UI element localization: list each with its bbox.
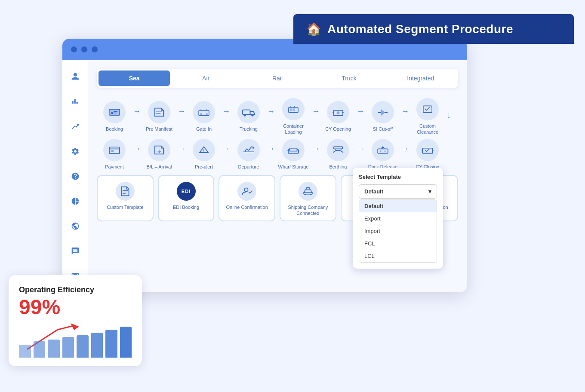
step-label-custom-clearance: Custom Clearance <box>410 123 445 135</box>
card-icon-shipping-company <box>299 182 317 201</box>
bar-7 <box>105 330 117 358</box>
sidebar-icon-help[interactable] <box>68 168 83 184</box>
step-trucking[interactable]: Trucking <box>231 101 266 132</box>
step-icon-pre-manifest <box>148 101 170 123</box>
arrow-15: → <box>401 144 409 153</box>
step-si-cutoff[interactable]: SI Cut-off <box>365 101 400 132</box>
step-container-loading[interactable]: Container Loading <box>276 98 311 135</box>
arrow-14: → <box>357 144 364 153</box>
chevron-down-icon: ▾ <box>428 188 431 195</box>
step-icon-gate-in <box>193 101 215 123</box>
svg-point-19 <box>380 150 381 151</box>
step-icon-container-loading <box>282 98 305 120</box>
arrow-4: → <box>267 107 275 116</box>
arrow-11: → <box>222 144 230 153</box>
tab-sea[interactable]: Sea <box>99 70 170 86</box>
template-option-export[interactable]: Export <box>359 212 437 225</box>
svg-point-5 <box>243 114 246 116</box>
template-dropdown-list: Default Export Import FCL LCL <box>359 199 437 263</box>
step-label-pre-manifest: Pre Manifest <box>146 126 172 132</box>
step-icon-dock-release <box>372 139 394 161</box>
template-option-import[interactable]: Import <box>359 225 437 237</box>
template-option-fcl[interactable]: FCL <box>359 237 437 250</box>
template-select-button[interactable]: Default ▾ <box>359 184 437 199</box>
card-shipping-company[interactable]: Shipping Company Connected <box>280 175 336 222</box>
step-label-gate-in: Gate In <box>196 126 212 132</box>
step-icon-wharf-storage <box>282 139 305 161</box>
card-online-confirmation[interactable]: Online Confirmation <box>219 175 275 222</box>
card-custom-template[interactable]: Custom Template <box>97 175 154 222</box>
sidebar-icon-settings[interactable] <box>68 144 83 159</box>
sidebar-icon-chart[interactable] <box>68 94 83 109</box>
step-wharf-storage[interactable]: Wharf Storage <box>276 139 311 170</box>
step-bl-arrival[interactable]: B/L – Arrival <box>142 139 177 170</box>
tab-integrated[interactable]: Integrated <box>385 70 456 86</box>
step-departure[interactable]: Departure <box>231 139 266 170</box>
sidebar-icon-chat[interactable] <box>68 243 83 259</box>
svg-rect-16 <box>290 148 297 151</box>
step-label-berthing: Berthing <box>329 164 347 170</box>
arrow-2: → <box>178 107 185 116</box>
tab-air[interactable]: Air <box>170 70 241 86</box>
step-icon-cy-closing <box>416 139 439 161</box>
step-cy-opening[interactable]: CY Opening <box>320 101 356 132</box>
sidebar <box>62 60 88 292</box>
sidebar-icon-trending[interactable] <box>68 119 83 134</box>
svg-point-2 <box>111 112 113 114</box>
bar-5 <box>77 335 89 358</box>
step-gate-in[interactable]: Gate In <box>186 101 222 132</box>
sidebar-icon-globe[interactable] <box>68 218 83 234</box>
step-icon-cy-opening <box>327 101 349 123</box>
svg-rect-9 <box>292 108 295 111</box>
select-template-label: Select Template <box>359 174 437 180</box>
step-cy-closing[interactable]: CY Closing <box>410 139 445 170</box>
efficiency-card: Operating Efficiency 99% <box>9 275 142 366</box>
svg-point-11 <box>337 111 340 114</box>
arrow-13: → <box>312 144 320 153</box>
step-dock-release[interactable]: Dock Release <box>365 139 400 170</box>
step-label-container-loading: Container Loading <box>276 123 311 135</box>
step-custom-clearance[interactable]: Custom Clearance ↓ <box>410 98 445 135</box>
tab-truck[interactable]: Truck <box>313 70 385 86</box>
step-booking[interactable]: Booking <box>97 101 132 132</box>
step-pre-manifest[interactable]: Pre Manifest <box>142 101 177 132</box>
template-option-lcl[interactable]: LCL <box>359 250 437 262</box>
home-icon: 🏠 <box>306 22 321 36</box>
bar-3 <box>48 340 60 358</box>
header-banner: 🏠 Automated Segment Procedure <box>293 14 574 44</box>
svg-rect-4 <box>243 110 250 115</box>
svg-rect-0 <box>109 109 120 115</box>
card-label-shipping-company: Shipping Company Connected <box>284 204 332 217</box>
step-pre-alert[interactable]: Pre-alert <box>186 139 222 170</box>
step-label-pre-alert: Pre-alert <box>195 164 213 170</box>
step-payment[interactable]: Payment <box>97 139 132 170</box>
step-label-wharf-storage: Wharf Storage <box>278 164 309 170</box>
tab-rail[interactable]: Rail <box>242 70 313 86</box>
step-icon-berthing <box>327 139 349 161</box>
step-icon-custom-clearance <box>416 98 439 120</box>
page-title: Automated Segment Procedure <box>327 22 513 36</box>
step-label-cy-opening: CY Opening <box>325 126 351 132</box>
step-label-payment: Payment <box>105 164 123 170</box>
efficiency-chart <box>19 323 132 358</box>
bar-2 <box>34 341 46 358</box>
step-label-booking: Booking <box>106 126 123 132</box>
arrow-6: → <box>357 107 364 116</box>
template-option-default[interactable]: Default <box>359 200 437 212</box>
selected-template-value: Default <box>364 188 383 195</box>
svg-point-22 <box>244 188 248 192</box>
bar-4 <box>62 337 74 358</box>
step-icon-booking <box>103 101 126 123</box>
arrow-1: → <box>133 107 141 116</box>
card-icon-custom-template <box>116 182 135 201</box>
sidebar-icon-user[interactable] <box>68 69 83 84</box>
select-template-panel: Select Template Default ▾ Default Export… <box>353 168 443 269</box>
sidebar-icon-pie[interactable] <box>68 193 83 209</box>
efficiency-title: Operating Efficiency <box>19 285 132 294</box>
step-berthing[interactable]: Berthing <box>320 139 356 170</box>
step-icon-si-cutoff <box>372 101 394 123</box>
card-edi-booking[interactable]: EDI EDI Booking <box>158 175 215 222</box>
workflow-row-2: Payment → B/L – Arrival → Pre-alert → <box>97 139 458 170</box>
arrow-3: → <box>222 107 230 116</box>
svg-point-6 <box>251 114 253 116</box>
